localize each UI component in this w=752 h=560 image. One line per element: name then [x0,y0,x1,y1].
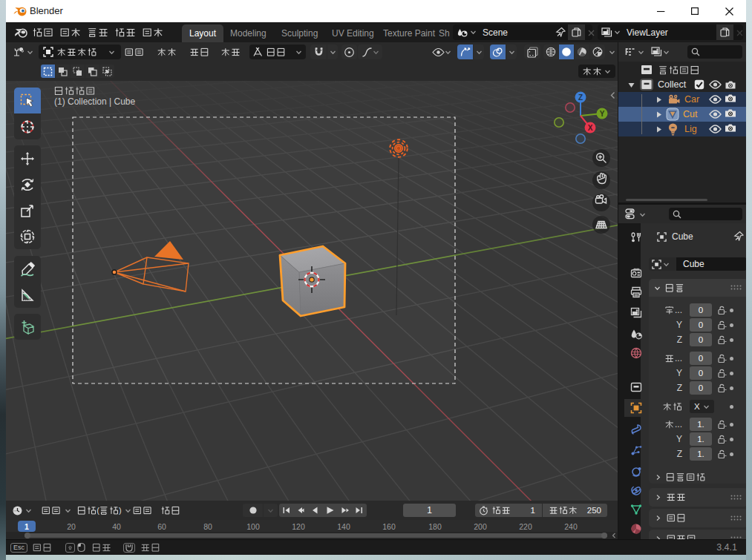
svg-text:X: X [588,124,593,132]
svg-text:Z: Z [578,93,583,102]
svg-text:Y: Y [600,110,605,118]
